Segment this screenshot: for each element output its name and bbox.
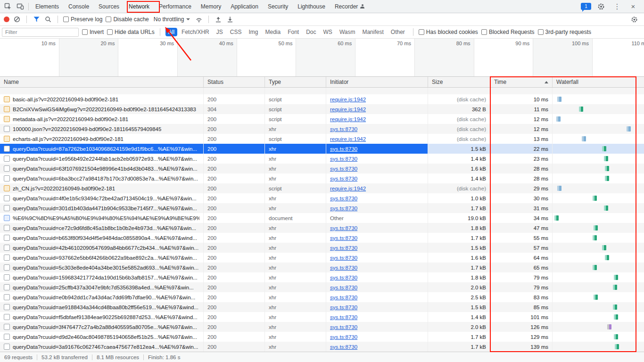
- request-row[interactable]: queryData?rcuuid=63f1076921504e98996e41b…: [0, 164, 644, 173]
- request-row[interactable]: zh_CN.js?v=202202160949-bd0f90e2-181200s…: [0, 183, 644, 193]
- filter-type-font[interactable]: Font: [285, 28, 302, 36]
- tab-memory[interactable]: Memory: [196, 0, 226, 13]
- request-initiator[interactable]: sys.ts:8730: [330, 275, 357, 280]
- request-initiator[interactable]: sys.ts:8730: [330, 334, 357, 340]
- column-header-name[interactable]: Name: [0, 77, 204, 87]
- request-row[interactable]: queryData?rcuuid=ce72c9d6fd8c45a1b8bc1b0…: [0, 223, 644, 233]
- column-header-status[interactable]: Status: [204, 77, 265, 87]
- filter-type-css[interactable]: CSS: [227, 28, 245, 36]
- filter-type-media[interactable]: Media: [262, 28, 283, 36]
- filter-type-manifest[interactable]: Manifest: [359, 28, 386, 36]
- request-initiator[interactable]: sys.ts:8730: [330, 206, 357, 211]
- network-settings-gear-icon[interactable]: [628, 13, 640, 25]
- tab-lighthouse[interactable]: Lighthouse: [293, 0, 330, 13]
- request-initiator[interactable]: sys.ts:8730: [330, 146, 357, 152]
- filter-type-wasm[interactable]: Wasm: [337, 28, 358, 36]
- request-row[interactable]: queryData?rcuuid=e0b942dd1c7a43d4ac7dd69…: [0, 292, 644, 302]
- close-devtools-icon[interactable]: ×: [627, 0, 639, 13]
- filter-type-all[interactable]: All: [165, 28, 177, 36]
- column-header-time[interactable]: Time: [490, 77, 553, 87]
- tab-network[interactable]: Network: [124, 0, 154, 13]
- request-row[interactable]: queryData?rcuuid=42b46102090547699a84bb6…: [0, 243, 644, 253]
- filter-type-doc[interactable]: Doc: [303, 28, 319, 36]
- request-initiator[interactable]: require.js:1942: [330, 97, 366, 102]
- request-row[interactable]: queryData?rcuuid=ae9188434a344cd48baa80b…: [0, 302, 644, 312]
- request-row[interactable]: queryData?rcuuid=5c303e8ede404a34be3015e…: [0, 263, 644, 272]
- request-row[interactable]: queryData?rcuuid=1e956b492e2244fab1acb2e…: [0, 154, 644, 164]
- request-row[interactable]: metadata-all.js?v=202202160949-bd0f90e2-…: [0, 114, 644, 124]
- request-initiator[interactable]: sys.ts:8730: [330, 344, 357, 350]
- tab-security[interactable]: Security: [263, 0, 293, 13]
- hide-data-urls-checkbox[interactable]: Hide data URLs: [107, 29, 155, 35]
- record-network-log-button[interactable]: [4, 16, 9, 22]
- request-initiator[interactable]: require.js:1942: [330, 116, 366, 122]
- filter-type-other[interactable]: Other: [388, 28, 408, 36]
- preserve-log-checkbox[interactable]: Preserve log: [63, 16, 102, 23]
- filter-type-fetch-xhr[interactable]: Fetch/XHR: [179, 28, 212, 36]
- import-har-icon[interactable]: [214, 15, 223, 24]
- request-initiator[interactable]: sys.ts:8730: [330, 176, 357, 181]
- request-initiator[interactable]: require.js:1942: [330, 186, 366, 191]
- request-initiator[interactable]: sys.ts:8730: [330, 225, 357, 231]
- request-row[interactable]: queryData?rcuuid=d9d2e460ac8049878519406…: [0, 332, 644, 342]
- request-row[interactable]: basic-all.js?v=202202160949-bd0f90e2-181…: [0, 94, 644, 104]
- request-initiator[interactable]: sys.ts:8730: [330, 156, 357, 162]
- tab-performance[interactable]: Performance: [154, 0, 196, 13]
- request-row[interactable]: queryData?rcuuid=3a91676c0627467caea4756…: [0, 342, 644, 352]
- request-initiator[interactable]: require.js:1942: [330, 107, 366, 112]
- request-row[interactable]: B2CniXVwSwiGS4iMg6wg?v=202202160949-bd0f…: [0, 104, 644, 114]
- request-row[interactable]: queryData?rcuuid=87a7262be10340968624159…: [0, 144, 644, 154]
- request-row[interactable]: queryData?rcuuid=301d1b403da4471b904c953…: [0, 203, 644, 213]
- network-conditions-icon[interactable]: [195, 15, 203, 24]
- clear-network-log-icon[interactable]: [13, 15, 21, 24]
- column-header-size[interactable]: Size: [428, 77, 490, 87]
- export-har-icon[interactable]: [226, 15, 234, 24]
- request-initiator[interactable]: sys.ts:8730: [330, 304, 357, 310]
- has-blocked-cookies-checkbox[interactable]: Has blocked cookies: [419, 29, 478, 35]
- request-initiator[interactable]: sys.ts:8730: [330, 245, 357, 251]
- issues-counter-button[interactable]: 1: [581, 3, 591, 10]
- throttling-select[interactable]: No throttling: [152, 16, 192, 23]
- device-toolbar-icon[interactable]: [14, 0, 26, 13]
- request-initiator[interactable]: sys.ts:8730: [330, 166, 357, 172]
- request-initiator[interactable]: sys.ts:8730: [330, 235, 357, 241]
- request-row[interactable]: queryData?rcuuid=25cffb437a3047e9bfc7d53…: [0, 282, 644, 292]
- request-initiator[interactable]: require.js:1942: [330, 136, 366, 142]
- request-initiator[interactable]: sys.ts:8730: [330, 255, 357, 261]
- request-row[interactable]: queryData?rcuuid=f5dbfaef91384eae90225b6…: [0, 312, 644, 322]
- request-row[interactable]: queryData?rcuuid=1596834217724da190d15b6…: [0, 272, 644, 282]
- request-initiator[interactable]: sys.ts:8730: [330, 324, 357, 330]
- filter-type-img[interactable]: Img: [246, 28, 261, 36]
- column-header-type[interactable]: Type: [265, 77, 326, 87]
- request-initiator[interactable]: sys.ts:8730: [330, 285, 357, 290]
- timeline-overview[interactable]: 10 ms20 ms30 ms40 ms50 ms60 ms70 ms80 ms…: [0, 39, 644, 77]
- request-initiator[interactable]: sys.ts:8730: [330, 196, 357, 201]
- tab-sources[interactable]: Sources: [94, 0, 124, 13]
- tab-application[interactable]: Application: [226, 0, 263, 13]
- tab-elements[interactable]: Elements: [31, 0, 64, 13]
- inspect-element-icon[interactable]: [2, 0, 14, 13]
- tab-console[interactable]: Console: [64, 0, 94, 13]
- column-header-waterfall[interactable]: Waterfall: [553, 77, 644, 87]
- filter-type-js[interactable]: JS: [214, 28, 226, 36]
- filter-input[interactable]: [2, 28, 79, 37]
- request-initiator[interactable]: sys.ts:8730: [330, 265, 357, 271]
- request-initiator[interactable]: sys.ts:8730: [330, 314, 357, 320]
- more-options-icon[interactable]: ⋮: [611, 0, 623, 13]
- disable-cache-checkbox[interactable]: Disable cache: [106, 16, 149, 23]
- request-row[interactable]: echarts-all.js?v=202202160949-bd0f90e2-1…: [0, 134, 644, 144]
- request-row[interactable]: queryData?rcuuid=937662e5bb6f4266b0622a9…: [0, 253, 644, 263]
- invert-checkbox[interactable]: Invert: [82, 29, 104, 35]
- request-row[interactable]: 100000.json?v=202202160949-bd0f90e2-1811…: [0, 124, 644, 134]
- request-row[interactable]: %E6%9C%8D%E9%A5%B0%E9%94%80%E5%94%AE%E9%…: [0, 213, 644, 223]
- settings-gear-icon[interactable]: [595, 0, 607, 13]
- tab-recorder[interactable]: Recorder: [330, 0, 369, 13]
- request-initiator[interactable]: sys.ts:8730: [330, 126, 357, 132]
- request-row[interactable]: queryData?rcuuid=4f0e1b5c93494c72be42ad7…: [0, 193, 644, 203]
- search-icon[interactable]: [44, 15, 52, 24]
- request-row[interactable]: queryData?rcuuid=6ba3bcc27a984187b170c37…: [0, 173, 644, 183]
- request-row[interactable]: queryData?rcuuid=b653f80f934d4f5e9484dac…: [0, 233, 644, 243]
- request-initiator[interactable]: sys.ts:8730: [330, 295, 357, 300]
- blocked-requests-checkbox[interactable]: Blocked Requests: [481, 29, 535, 35]
- filter-type-ws[interactable]: WS: [321, 28, 335, 36]
